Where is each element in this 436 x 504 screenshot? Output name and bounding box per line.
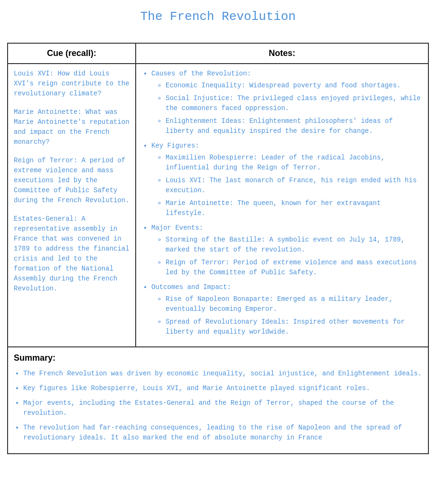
- notes-section-3-item-1: Spread of Revolutionary Ideals: Inspired…: [166, 317, 422, 337]
- notes-section-3-title: Outcomes and Impact:: [151, 283, 231, 291]
- cue-content: Louis XVI: How did Louis XVI's reign con…: [14, 69, 130, 294]
- notes-section-1-item-0: Maximilien Robespierre: Leader of the ra…: [166, 153, 422, 173]
- notes-section-1: Key Figures: Maximilien Robespierre: Lea…: [151, 141, 422, 218]
- cue-item-1: Louis XVI: How did Louis XVI's reign con…: [14, 69, 130, 99]
- cue-item-3: Reign of Terror: A period of extreme vio…: [14, 156, 130, 205]
- notes-section-3: Outcomes and Impact: Rise of Napoleon Bo…: [151, 282, 422, 337]
- notes-section-1-items: Maximilien Robespierre: Leader of the ra…: [151, 153, 422, 218]
- cue-header: Cue (recall):: [8, 43, 136, 64]
- summary-item-3: The revolution had far-reaching conseque…: [23, 423, 422, 443]
- notes-section-0-item-2: Enlightenment Ideas: Enlightenment philo…: [166, 116, 422, 136]
- notes-header: Notes:: [136, 43, 428, 64]
- notes-section-3-item-0: Rise of Napoleon Bonaparte: Emerged as a…: [166, 294, 422, 314]
- summary-item-1: Key figures like Robespierre, Louis XVI,…: [23, 383, 422, 393]
- summary-item-2: Major events, including the Estates-Gene…: [23, 398, 422, 418]
- notes-section-3-items: Rise of Napoleon Bonaparte: Emerged as a…: [151, 294, 422, 337]
- notes-section-2: Major Events: Storming of the Bastille: …: [151, 223, 422, 278]
- page-title: The French Revolution: [7, 9, 429, 24]
- summary-list: The French Revolution was driven by econ…: [14, 369, 422, 443]
- notes-section-0-items: Economic Inequality: Widespread poverty …: [151, 81, 422, 136]
- notes-main-list: Causes of the Revolution: Economic Inequ…: [142, 69, 422, 337]
- cue-item-2: Marie Antoinette: What was Marie Antoine…: [14, 107, 130, 147]
- notes-section-2-item-0: Storming of the Bastille: A symbolic eve…: [166, 235, 422, 255]
- notes-content: Causes of the Revolution: Economic Inequ…: [142, 69, 422, 337]
- summary-section: Summary: The French Revolution was drive…: [7, 347, 429, 454]
- cornell-table: Cue (recall): Notes: Louis XVI: How did …: [7, 43, 429, 347]
- cue-column: Louis XVI: How did Louis XVI's reign con…: [8, 64, 136, 347]
- notes-section-0-item-1: Social Injustice: The privileged class e…: [166, 93, 422, 113]
- notes-section-1-item-1: Louis XVI: The last monarch of France, h…: [166, 176, 422, 196]
- notes-section-1-title: Key Figures:: [151, 142, 199, 149]
- notes-section-0: Causes of the Revolution: Economic Inequ…: [151, 69, 422, 136]
- summary-item-0: The French Revolution was driven by econ…: [23, 369, 422, 379]
- summary-header: Summary:: [14, 353, 422, 363]
- notes-section-2-item-1: Reign of Terror: Period of extreme viole…: [166, 258, 422, 278]
- notes-section-0-item-0: Economic Inequality: Widespread poverty …: [166, 81, 422, 91]
- notes-section-1-item-2: Marie Antoinette: The queen, known for h…: [166, 198, 422, 218]
- notes-section-2-title: Major Events:: [151, 224, 203, 232]
- notes-section-2-items: Storming of the Bastille: A symbolic eve…: [151, 235, 422, 278]
- notes-column: Causes of the Revolution: Economic Inequ…: [136, 64, 428, 347]
- page-container: The French Revolution Cue (recall): Note…: [0, 0, 436, 504]
- notes-section-0-title: Causes of the Revolution:: [151, 70, 251, 77]
- cue-item-4: Estates-General: A representative assemb…: [14, 214, 130, 294]
